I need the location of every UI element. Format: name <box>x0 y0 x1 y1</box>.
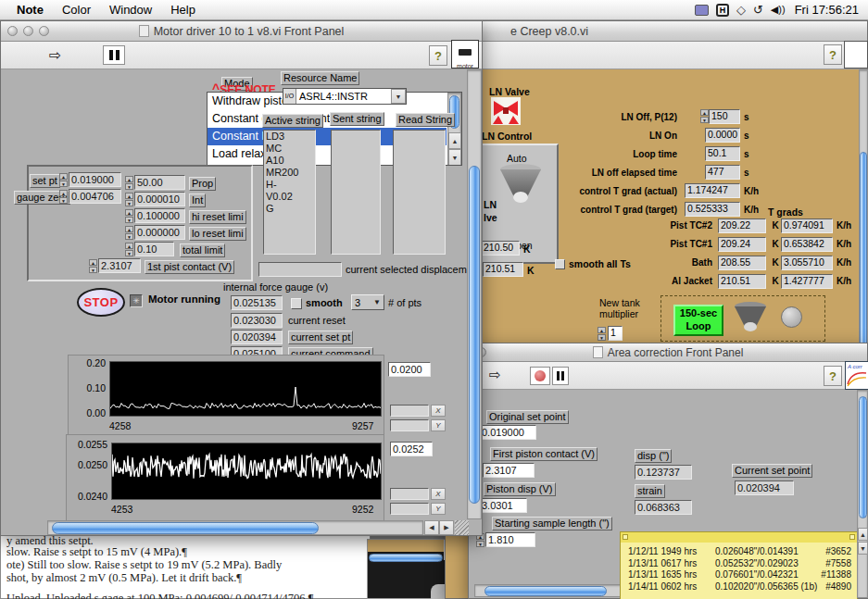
y-scale-lock-button[interactable]: Y <box>431 503 446 515</box>
total-limit-value[interactable]: 0.10 <box>134 242 174 256</box>
spinner-down-icon: ▼ <box>89 267 97 273</box>
x-scale-lock-button[interactable]: X <box>431 405 446 417</box>
strain-value: 0.068363 <box>635 500 692 515</box>
prop-spinner[interactable]: ▲▼ <box>125 176 133 190</box>
motor-titlebar[interactable]: Motor driver 10 to 1 v8.vi Front Panel <box>1 21 482 42</box>
loop-mode-button[interactable]: 150-sec Loop <box>673 305 723 336</box>
area-vscroll-thumb[interactable] <box>859 396 867 518</box>
sent-string-box[interactable] <box>331 130 381 255</box>
round-button[interactable] <box>781 306 802 328</box>
gauge-zero-spinner[interactable]: ▲▼ <box>59 190 68 204</box>
toggle-button-icon[interactable] <box>555 259 565 269</box>
y-scale-lock-button[interactable]: Y <box>431 419 446 431</box>
area-hscroll-thumb[interactable] <box>484 586 607 596</box>
x-scale-lock-button[interactable]: X <box>431 488 446 500</box>
lo-reset-spinner[interactable]: ▲▼ <box>125 226 133 240</box>
dropdown-arrow-icon[interactable]: ▼ <box>391 89 406 104</box>
first-contact-value[interactable]: 2.3107 <box>483 463 535 478</box>
menu-window[interactable]: Window <box>100 3 161 17</box>
set-pt-spinner[interactable]: ▲▼ <box>59 173 68 187</box>
tgrad-target-value[interactable]: 0.525333 <box>685 202 740 217</box>
new-tank-spinner[interactable]: ▲▼ <box>598 327 606 341</box>
prop-label: Prop <box>189 177 216 191</box>
total-limit-spinner[interactable]: ▲▼ <box>125 243 133 256</box>
motor-hscrollbar[interactable] <box>47 520 423 535</box>
motor-hscroll-thumb[interactable] <box>52 522 319 534</box>
close-button[interactable] <box>7 26 18 36</box>
y-scale-box[interactable] <box>390 419 429 431</box>
area-titlebar[interactable]: Area correction Front Panel <box>469 343 867 362</box>
scroll-right-icon[interactable]: ▶ <box>439 520 454 535</box>
set-pt-value[interactable]: 0.019000 <box>69 172 121 187</box>
menu-color[interactable]: Color <box>53 3 100 17</box>
first-pist-value[interactable]: 2.3107 <box>98 258 141 273</box>
history-log[interactable]: 1/12/11 1949 hrs0.026048"/0.014391#3652 … <box>620 531 858 599</box>
motor-vi-icon[interactable]: motor 10:1 <box>451 40 479 69</box>
help-icon[interactable]: ? <box>824 44 842 65</box>
minimize-button[interactable] <box>23 26 33 36</box>
int-value[interactable]: 0.000010 <box>134 192 185 206</box>
mode-scrollbar[interactable]: ▲ ▼ <box>447 93 461 165</box>
read-string-box[interactable] <box>393 130 446 255</box>
y-scale-box[interactable] <box>390 503 429 515</box>
hi-reset-spinner[interactable]: ▲▼ <box>125 209 133 223</box>
area-vscrollbar[interactable]: ▲ ▼ <box>857 390 868 598</box>
motor-vscrollbar[interactable] <box>467 69 482 519</box>
airport-icon[interactable]: ◇ <box>736 3 746 17</box>
creep-vscroll-thumb[interactable] <box>860 152 867 346</box>
scroll-down-icon[interactable]: ▼ <box>448 149 461 166</box>
original-setpoint-value[interactable]: 0.019000 <box>479 425 536 440</box>
menu-note[interactable]: Note <box>7 3 53 17</box>
scroll-left-icon[interactable]: ◀ <box>424 520 439 535</box>
first-pist-spinner[interactable]: ▲▼ <box>89 259 97 273</box>
creep-vi-icon[interactable] <box>844 41 868 69</box>
scroll-up-icon[interactable]: ▲ <box>448 132 461 149</box>
pause-button[interactable] <box>103 45 125 65</box>
menubar-clock[interactable]: Fri 17:56:21 <box>795 3 859 17</box>
lo-reset-value[interactable]: 0.000000 <box>134 225 185 240</box>
resource-value[interactable]: ASRL4::INSTR <box>296 89 391 104</box>
log-corner-box[interactable] <box>623 534 628 540</box>
pause-button[interactable] <box>552 367 569 385</box>
sample-length-value[interactable]: 1.810 <box>485 532 535 547</box>
resize-grip[interactable] <box>455 520 469 535</box>
help-icon[interactable]: ? <box>824 366 842 386</box>
input-menu-icon[interactable]: H <box>716 4 729 17</box>
creep-titlebar[interactable]: e Creep v8.0.vi <box>446 21 867 42</box>
smooth-toggle[interactable] <box>291 298 302 309</box>
current-selected-box[interactable] <box>258 262 342 277</box>
motor-vscroll-thumb[interactable] <box>469 166 480 504</box>
num-pts-dropdown[interactable]: 3▼ <box>351 294 384 310</box>
gauge-zero-value[interactable]: 0.004706 <box>69 189 121 204</box>
scroll-up-icon[interactable]: ▲ <box>858 528 868 541</box>
x-scale-box[interactable] <box>390 405 429 417</box>
resource-combo[interactable]: I/O ASRL4::INSTR ▼ <box>283 88 407 105</box>
prop-value[interactable]: 50.00 <box>134 175 185 190</box>
piston-disp-value[interactable]: 3.0301 <box>479 498 527 513</box>
run-button[interactable]: ⇨ <box>49 46 61 64</box>
fragment-scrollbar[interactable] <box>369 554 443 562</box>
scroll-down-icon[interactable]: ▼ <box>858 542 868 555</box>
zoom-button[interactable] <box>39 26 49 36</box>
loop-knob[interactable] <box>731 301 770 336</box>
hi-reset-value[interactable]: 0.100000 <box>134 208 185 223</box>
int-spinner[interactable]: ▲▼ <box>125 193 133 206</box>
run-button[interactable]: ⇨ <box>489 367 501 383</box>
smooth-all-toggle[interactable]: smooth all Ts <box>555 258 631 269</box>
stop-button[interactable]: STOP <box>77 288 125 317</box>
active-string-box[interactable]: LD3 MC A10 MR200 H- V0.02 G <box>263 130 316 255</box>
x-scale-box[interactable] <box>390 488 429 500</box>
volume-icon[interactable]: ◀)) <box>771 4 786 16</box>
abort-button[interactable] <box>530 367 550 385</box>
ln-off-spinner[interactable]: ▲▼ <box>700 109 709 124</box>
display-icon[interactable] <box>695 5 709 16</box>
ln-off-value[interactable]: 150 <box>709 109 740 124</box>
notes-document[interactable]: y amend this setpt. slow. Raise s setpt … <box>0 533 371 599</box>
new-tank-value[interactable]: 1 <box>608 326 623 341</box>
motor-running-led[interactable]: ✳ <box>130 294 143 307</box>
menu-help[interactable]: Help <box>161 3 205 17</box>
help-icon[interactable]: ? <box>429 45 447 66</box>
area-vi-icon[interactable]: A corr <box>845 361 868 390</box>
sync-icon[interactable]: ↺ <box>753 3 763 17</box>
log-corner-box[interactable] <box>849 534 855 540</box>
